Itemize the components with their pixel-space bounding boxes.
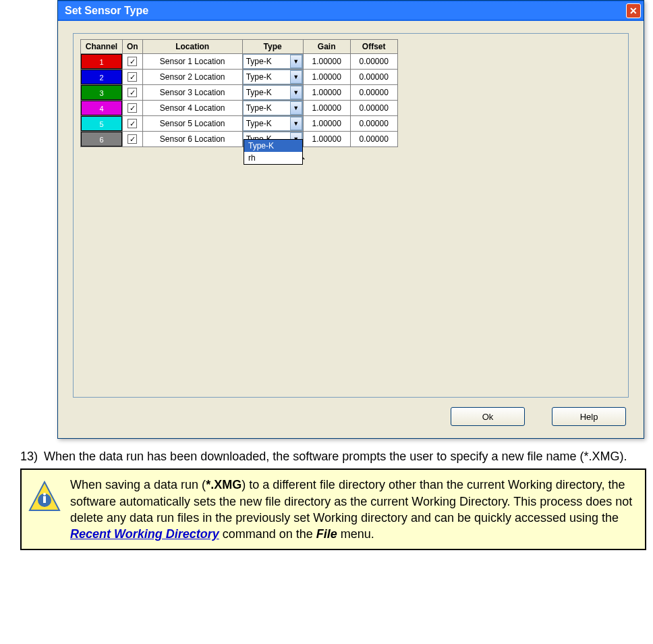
col-type: Type	[242, 40, 303, 54]
col-on: On	[123, 40, 143, 54]
set-sensor-type-dialog: Set Sensor Type ✕ Channel On Location Ty…	[57, 0, 644, 439]
offset-cell[interactable]: 0.00000	[350, 70, 397, 85]
gain-cell[interactable]: 1.00000	[303, 101, 350, 116]
col-location: Location	[142, 40, 242, 54]
file-menu-ref: File	[316, 527, 337, 541]
gain-cell[interactable]: 1.00000	[303, 54, 350, 70]
type-select[interactable]: Type-K▼	[243, 70, 303, 84]
dialog-title: Set Sensor Type	[65, 5, 148, 17]
on-checkbox[interactable]: ✓	[127, 72, 137, 82]
col-gain: Gain	[303, 40, 350, 54]
svg-rect-2	[43, 496, 46, 503]
table-row: 1✓Sensor 1 LocationType-K▼1.000000.00000	[81, 54, 398, 70]
info-icon	[28, 481, 61, 513]
channel-chip: 6	[81, 132, 122, 146]
col-channel: Channel	[81, 40, 123, 54]
close-icon: ✕	[629, 5, 637, 16]
table-row: 5✓Sensor 5 LocationType-K▼1.000000.00000	[81, 116, 398, 132]
ok-button[interactable]: Ok	[451, 407, 525, 426]
table-row: 6✓Sensor 6 LocationType-K▼1.000000.00000	[81, 132, 398, 147]
type-dropdown-open[interactable]: Type-K rh	[244, 139, 303, 165]
on-checkbox[interactable]: ✓	[127, 57, 137, 66]
on-checkbox[interactable]: ✓	[127, 103, 137, 113]
dropdown-option-type-k[interactable]: Type-K	[244, 140, 302, 152]
recent-working-directory-link[interactable]: Recent Working Directory	[70, 527, 219, 541]
offset-cell[interactable]: 0.00000	[350, 101, 397, 116]
location-cell[interactable]: Sensor 4 Location	[142, 101, 242, 116]
sensor-table: Channel On Location Type Gain Offset 1✓S…	[80, 39, 398, 147]
location-cell[interactable]: Sensor 3 Location	[142, 85, 242, 101]
channel-chip: 3	[81, 85, 122, 100]
table-row: 2✓Sensor 2 LocationType-K▼1.000000.00000	[81, 70, 398, 85]
location-cell[interactable]: Sensor 2 Location	[142, 70, 242, 85]
offset-cell[interactable]: 0.00000	[350, 116, 397, 132]
step-13: 13) When the data run has been downloade…	[20, 448, 646, 464]
sensor-panel: Channel On Location Type Gain Offset 1✓S…	[73, 33, 629, 398]
location-cell[interactable]: Sensor 6 Location	[142, 132, 242, 147]
on-checkbox[interactable]: ✓	[127, 119, 137, 128]
table-row: 3✓Sensor 3 LocationType-K▼1.000000.00000	[81, 85, 398, 101]
offset-cell[interactable]: 0.00000	[350, 54, 397, 70]
location-cell[interactable]: Sensor 5 Location	[142, 116, 242, 132]
channel-chip: 1	[81, 54, 122, 69]
on-checkbox[interactable]: ✓	[127, 88, 137, 97]
col-offset: Offset	[350, 40, 397, 54]
help-button[interactable]: Help	[552, 407, 626, 426]
type-select[interactable]: Type-K▼	[243, 54, 303, 69]
chevron-down-icon[interactable]: ▼	[290, 55, 302, 68]
note-text: When saving a data run (*.XMG) to a diff…	[70, 477, 637, 542]
chevron-down-icon[interactable]: ▼	[290, 70, 302, 84]
info-note: When saving a data run (*.XMG) to a diff…	[20, 468, 646, 550]
offset-cell[interactable]: 0.00000	[350, 132, 397, 147]
table-row: 4✓Sensor 4 LocationType-K▼1.000000.00000	[81, 101, 398, 116]
channel-chip: 2	[81, 70, 122, 84]
location-cell[interactable]: Sensor 1 Location	[142, 54, 242, 70]
type-select[interactable]: Type-K▼	[243, 85, 303, 100]
gain-cell[interactable]: 1.00000	[303, 116, 350, 132]
gain-cell[interactable]: 1.00000	[303, 70, 350, 85]
close-button[interactable]: ✕	[626, 3, 641, 18]
channel-chip: 5	[81, 116, 122, 131]
step-number: 13)	[20, 448, 44, 464]
on-checkbox[interactable]: ✓	[127, 134, 137, 144]
type-select[interactable]: Type-K▼	[243, 116, 303, 131]
channel-chip: 4	[81, 101, 122, 115]
chevron-down-icon[interactable]: ▼	[290, 86, 302, 99]
dropdown-option-rh[interactable]: rh	[244, 152, 302, 164]
chevron-down-icon[interactable]: ▼	[290, 117, 302, 130]
step-text: When the data run has been downloaded, t…	[44, 448, 627, 464]
svg-point-3	[43, 493, 46, 495]
offset-cell[interactable]: 0.00000	[350, 85, 397, 101]
gain-cell[interactable]: 1.00000	[303, 132, 350, 147]
gain-cell[interactable]: 1.00000	[303, 85, 350, 101]
titlebar[interactable]: Set Sensor Type ✕	[58, 1, 644, 21]
chevron-down-icon[interactable]: ▼	[290, 101, 302, 115]
type-select[interactable]: Type-K▼	[243, 101, 303, 115]
